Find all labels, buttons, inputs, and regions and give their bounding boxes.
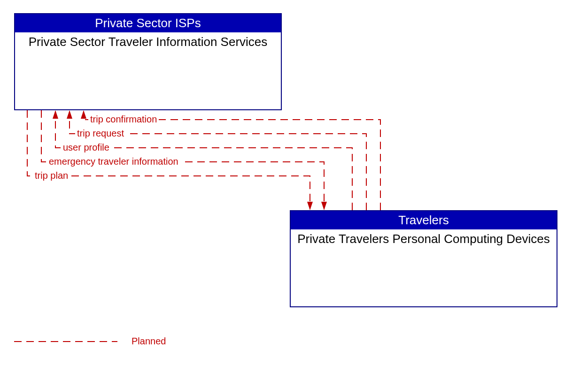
flow-label-emergency-traveler-information: emergency traveler information — [47, 156, 180, 167]
box-travelers: Travelers Private Travelers Personal Com… — [290, 210, 557, 307]
flow-label-user-profile: user profile — [61, 142, 111, 153]
box-private-sector-isp: Private Sector ISPs Private Sector Trave… — [14, 13, 282, 110]
box-body-travelers: Private Travelers Personal Computing Dev… — [291, 229, 557, 249]
flow-label-trip-confirmation: trip confirmation — [88, 114, 159, 125]
box-header-isp: Private Sector ISPs — [15, 14, 281, 32]
box-header-travelers: Travelers — [291, 211, 557, 229]
legend-planned-label: Planned — [132, 336, 166, 347]
flow-label-trip-plan: trip plan — [33, 170, 70, 181]
flow-label-trip-request: trip request — [75, 128, 126, 139]
box-body-isp: Private Sector Traveler Information Serv… — [15, 32, 281, 52]
